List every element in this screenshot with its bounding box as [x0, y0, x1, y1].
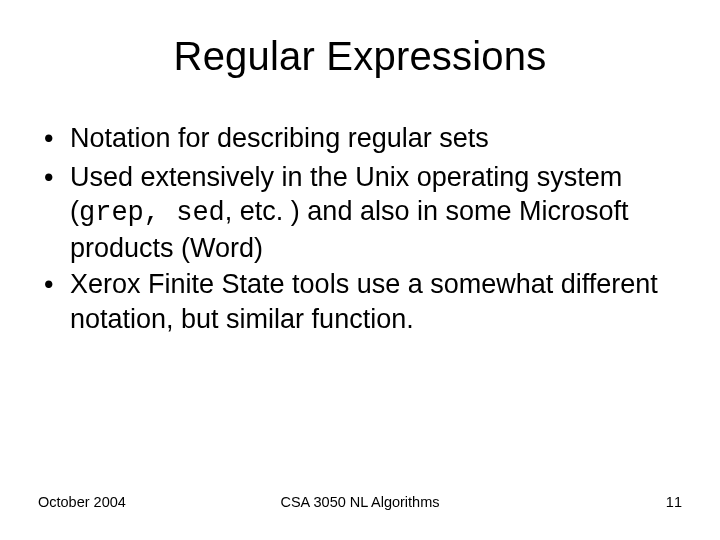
bullet-text: Xerox Finite State tools use a somewhat … — [70, 269, 658, 334]
bullet-mono: grep, sed — [79, 198, 225, 228]
list-item: Xerox Finite State tools use a somewhat … — [42, 267, 682, 338]
list-item: Used extensively in the Unix operating s… — [42, 160, 682, 266]
footer-course: CSA 3050 NL Algorithms — [0, 494, 720, 510]
footer: October 2004 CSA 3050 NL Algorithms 11 — [0, 494, 720, 514]
slide: Regular Expressions Notation for describ… — [0, 0, 720, 540]
list-item: Notation for describing regular sets — [42, 121, 682, 158]
bullet-list: Notation for describing regular sets Use… — [38, 121, 682, 338]
bullet-text: Notation for describing regular sets — [70, 123, 489, 153]
footer-page: 11 — [666, 494, 682, 510]
slide-title: Regular Expressions — [38, 34, 682, 79]
